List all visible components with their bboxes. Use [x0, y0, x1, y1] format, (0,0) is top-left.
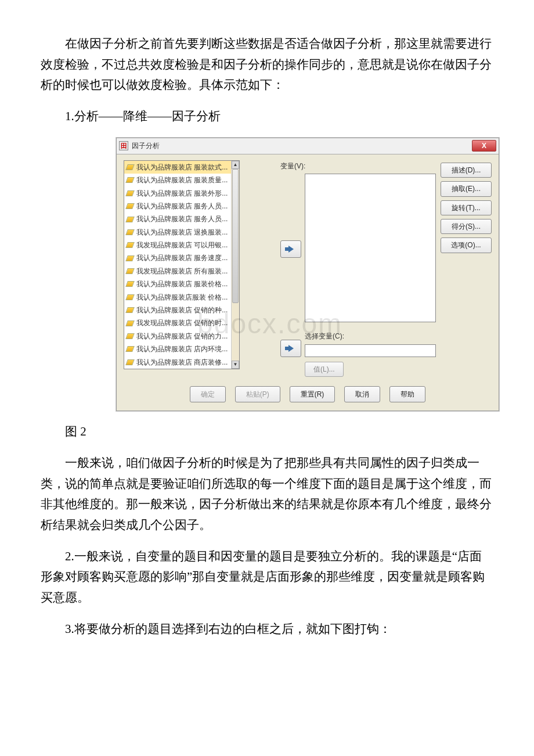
list-item-label: 我认为品牌服装店 服装价格...	[136, 278, 228, 290]
list-item[interactable]: 我认为品牌服装店 退换服装...	[124, 226, 231, 239]
dialog-titlebar: 田 因子分析 X	[117, 138, 499, 154]
list-item[interactable]: 我认为品牌服装店 服装外形...	[124, 187, 231, 200]
list-item[interactable]: 我认为品牌服装店 服务人员...	[124, 213, 231, 225]
scale-icon	[125, 229, 135, 235]
cancel-button[interactable]: 取消	[344, 386, 380, 402]
scale-icon	[125, 281, 135, 287]
scale-icon	[125, 255, 135, 261]
list-item[interactable]: 我认为品牌服装店 促销的种...	[124, 304, 231, 316]
list-item-label: 我认为品牌服装店 促销的种...	[136, 304, 228, 316]
dialog-title: 因子分析	[132, 140, 472, 152]
list-item-label: 我认为品牌服装店 服务人员...	[136, 200, 228, 212]
move-right-button[interactable]	[280, 240, 301, 258]
list-item-label: 我认为品牌服装店 店内环境...	[136, 343, 228, 355]
list-item-label: 我发现品牌服装店 促销的时...	[136, 317, 228, 329]
scroll-up-icon[interactable]: ▲	[232, 161, 239, 169]
list-item[interactable]: 我认为品牌服装店 服务人员...	[124, 200, 231, 213]
scale-icon	[125, 359, 135, 365]
scores-button[interactable]: 得分(S)...	[441, 219, 492, 234]
list-item[interactable]: 我认为品牌服装店 商店装修...	[124, 356, 231, 369]
figure-caption: 图 2	[41, 422, 493, 442]
list-item[interactable]: 我认为品牌服装店服装 价格...	[124, 291, 231, 304]
scale-icon	[125, 321, 135, 326]
selection-var-label: 选择变量(C):	[305, 330, 436, 342]
step-3: 3.将要做分析的题目选择到右边的白框之后，就如下图打钩：	[41, 619, 493, 640]
scale-icon	[125, 164, 135, 170]
scale-icon	[125, 294, 135, 300]
scale-icon	[125, 190, 135, 196]
list-item-label: 我认为品牌服装店 促销的力...	[136, 330, 228, 342]
source-variable-list[interactable]: 我认为品牌服装店 服装款式...我认为品牌服装店 服装质量...我认为品牌服装店…	[124, 160, 240, 369]
ok-button[interactable]: 确定	[190, 386, 226, 402]
list-item[interactable]: 我发现品牌服装店 可以用银...	[124, 239, 231, 251]
step-2: 2.一般来说，自变量的题目和因变量的题目是要独立分析的。我的课题是“店面形象对顾…	[41, 546, 493, 609]
step-1: 1.分析——降维——因子分析	[41, 106, 493, 127]
options-button[interactable]: 选项(O)...	[441, 237, 492, 253]
list-item[interactable]: 我认为品牌服装店 服务速度...	[124, 251, 231, 264]
list-item-label: 我发现品牌服装店 可以用银...	[136, 239, 228, 251]
scale-icon	[125, 268, 135, 274]
scale-icon	[125, 346, 135, 352]
selection-var-input[interactable]	[305, 344, 436, 357]
list-item-label: 我认为品牌服装店 服装质量...	[136, 174, 228, 186]
scale-icon	[125, 203, 135, 209]
list-item[interactable]: 我认为品牌服装店 服装价格...	[124, 278, 231, 290]
help-button[interactable]: 帮助	[389, 386, 425, 402]
close-button[interactable]: X	[472, 140, 496, 152]
list-item-label: 我认为品牌服装店 服务人员...	[136, 213, 228, 225]
reset-button[interactable]: 重置(R)	[290, 386, 335, 402]
paste-button[interactable]: 粘贴(P)	[235, 386, 280, 402]
explain-paragraph: 一般来说，咱们做因子分析的时候是为了把那些具有共同属性的因子归类成一类，说的简单…	[41, 453, 493, 536]
rotation-button[interactable]: 旋转(T)...	[441, 200, 492, 215]
list-item-label: 我认为品牌服装店 服装外形...	[136, 188, 228, 199]
list-scrollbar[interactable]: ▲ ▼	[231, 161, 239, 369]
arrow-right-icon	[288, 345, 294, 352]
extraction-button[interactable]: 抽取(E)...	[441, 181, 492, 196]
list-item[interactable]: 我认为品牌服装店 服装质量...	[124, 174, 231, 186]
scale-icon	[125, 307, 135, 313]
app-icon: 田	[119, 141, 128, 150]
scale-icon	[125, 177, 135, 183]
arrow-right-icon	[288, 246, 294, 253]
scale-icon	[125, 242, 135, 248]
list-item-label: 我认为品牌服装店 服务速度...	[136, 252, 228, 264]
list-item[interactable]: 我认为品牌服装店 促销的力...	[124, 330, 231, 343]
list-item[interactable]: 我认为品牌服装店 服装款式...	[124, 161, 231, 174]
target-variable-list[interactable]	[305, 174, 436, 322]
intro-paragraph: 在做因子分析之前首先要判断这些数据是否适合做因子分析，那这里就需要进行效度检验，…	[41, 34, 493, 96]
list-item-label: 我认为品牌服装店 服装款式...	[136, 161, 228, 173]
list-item-label: 我认为品牌服装店服装 价格...	[136, 291, 228, 303]
scroll-thumb[interactable]	[232, 169, 239, 303]
move-selection-button[interactable]	[280, 340, 301, 357]
list-item[interactable]: 我发现品牌服装店 促销的时...	[124, 316, 231, 329]
list-item[interactable]: 我认为品牌服装店 店内环境...	[124, 343, 231, 355]
list-item-label: 我认为品牌服装店 商店装修...	[136, 357, 228, 368]
list-item-label: 我认为品牌服装店 退换服装...	[136, 226, 228, 238]
list-item[interactable]: 我发现品牌服装店 所有服装...	[124, 265, 231, 278]
factor-analysis-dialog: 田 因子分析 X 我认为品牌服装店 服装款式...我认为品牌服装店 服装质量..…	[116, 138, 499, 412]
dialog-bottom-bar: 确定 粘贴(P) 重置(R) 取消 帮助	[117, 380, 499, 411]
value-button[interactable]: 值(L)...	[305, 362, 344, 377]
descriptives-button[interactable]: 描述(D)...	[441, 163, 492, 178]
list-item-label: 我发现品牌服装店 所有服装...	[136, 265, 228, 277]
scale-icon	[125, 333, 135, 339]
scroll-down-icon[interactable]: ▼	[232, 361, 239, 369]
scale-icon	[125, 217, 135, 222]
variables-label: 变量(V):	[280, 160, 436, 172]
